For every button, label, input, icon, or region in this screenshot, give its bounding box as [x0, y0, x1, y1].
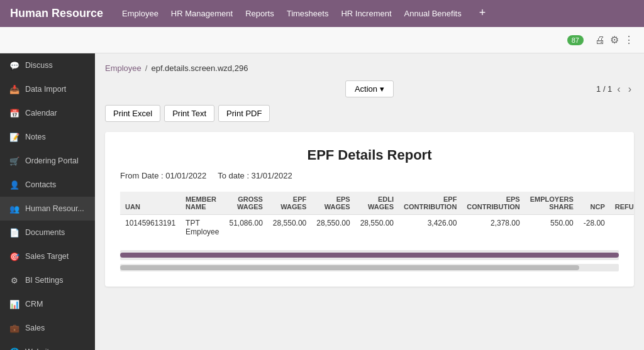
top-action-bar: 87 🖨 ⚙ ⋮ — [0, 27, 644, 53]
sidebar-item-sales[interactable]: 💼 Sales — [0, 316, 95, 340]
cell-epf-wages: 28,550.00 — [268, 215, 311, 241]
sidebar-item-website[interactable]: 🌐 Website — [0, 340, 95, 350]
cell-ncp: -28.00 — [579, 215, 610, 241]
print-text-button[interactable]: Print Text — [164, 105, 214, 122]
crm-icon: 📊 — [9, 298, 20, 310]
sidebar-item-contacts[interactable]: 👤 Contacts — [0, 173, 95, 197]
sales-target-icon: 🎯 — [9, 251, 20, 262]
sidebar-item-crm[interactable]: 📊 CRM — [0, 292, 95, 316]
navbar-item-hr-increment[interactable]: HR Increment — [341, 6, 391, 21]
sidebar-item-human-resource[interactable]: 👥 Human Resour... — [0, 197, 95, 221]
to-date-label: To date : 31/01/2022 — [218, 171, 292, 180]
report-card: EPF Details Report From Date : 01/01/202… — [105, 132, 634, 287]
content-area: Employee / epf.details.screen.wzd,296 Ac… — [95, 53, 644, 350]
scrollbar-thumb — [120, 253, 619, 258]
col-header-employers-share: EMPLOYERSSHARE — [525, 192, 579, 215]
col-header-refund: REFUND — [610, 192, 634, 215]
sidebar-label-discuss: Discuss — [25, 61, 53, 70]
navbar-item-employee[interactable]: Employee — [122, 6, 158, 21]
sidebar-label-contacts: Contacts — [25, 180, 56, 189]
ordering-portal-icon: 🛒 — [9, 155, 20, 167]
sidebar-label-sales: Sales — [25, 324, 45, 332]
navbar-item-annual-benefits[interactable]: Annual Benefits — [404, 6, 462, 21]
from-date-label: From Date : 01/01/2022 — [120, 171, 206, 180]
scrollbar-thumb-2 — [120, 265, 579, 270]
sidebar-item-discuss[interactable]: 💬 Discuss — [0, 53, 95, 77]
report-title: EPF Details Report — [120, 147, 619, 163]
discuss-icon: 💬 — [9, 60, 20, 71]
documents-icon: 📄 — [9, 227, 20, 238]
main-layout: 💬 Discuss 📥 Data Import 📅 Calendar 📝 Not… — [0, 53, 644, 350]
breadcrumb-separator: / — [145, 63, 148, 73]
action-bar: Action ▾ 1 / 1 ‹ › — [105, 80, 634, 97]
sidebar-item-sales-target[interactable]: 🎯 Sales Target — [0, 244, 95, 268]
navbar-item-hr-management[interactable]: HR Management — [171, 6, 233, 21]
breadcrumb-employee-link[interactable]: Employee — [105, 63, 142, 73]
pagination-prev-button[interactable]: ‹ — [614, 82, 623, 96]
sidebar-item-bi-settings[interactable]: ⚙ BI Settings — [0, 268, 95, 292]
print-pdf-button[interactable]: Print PDF — [218, 105, 270, 122]
col-header-epf-wages: EPFWAGES — [268, 192, 311, 215]
pagination: 1 / 1 ‹ › — [596, 82, 634, 96]
cell-gross-wages: 51,086.00 — [224, 215, 267, 241]
calendar-icon: 📅 — [9, 107, 20, 119]
col-header-member-name: MEMBERNAME — [180, 192, 224, 215]
col-header-epf-contribution: EPFCONTRIBUTION — [399, 192, 462, 215]
col-header-eps-wages: EPSWAGES — [311, 192, 355, 215]
pagination-next-button[interactable]: › — [626, 82, 634, 96]
navbar: Human Resource Employee HR Management Re… — [0, 0, 644, 27]
website-icon: 🌐 — [9, 346, 20, 350]
cell-member-name: TPTEmployee — [180, 215, 224, 241]
navbar-item-reports[interactable]: Reports — [245, 6, 274, 21]
add-menu-button[interactable]: + — [479, 6, 486, 21]
sidebar-item-ordering-portal[interactable]: 🛒 Ordering Portal — [0, 149, 95, 173]
sidebar-item-documents[interactable]: 📄 Documents — [0, 221, 95, 244]
notification-badge[interactable]: 87 — [567, 35, 584, 45]
cell-eps-wages: 28,550.00 — [311, 215, 355, 241]
col-header-ncp: NCP — [579, 192, 610, 215]
human-resource-icon: 👥 — [9, 203, 20, 214]
col-header-edli-wages: EDLIWAGES — [355, 192, 399, 215]
sidebar: 💬 Discuss 📥 Data Import 📅 Calendar 📝 Not… — [0, 53, 95, 350]
action-dropdown-button[interactable]: Action ▾ — [345, 80, 394, 97]
col-header-uan: UAN — [120, 192, 180, 215]
sidebar-item-data-import[interactable]: 📥 Data Import — [0, 77, 95, 101]
sidebar-label-data-import: Data Import — [25, 85, 66, 94]
sidebar-label-ordering-portal: Ordering Portal — [25, 156, 79, 165]
navbar-item-timesheets[interactable]: Timesheets — [287, 6, 329, 21]
print-excel-button[interactable]: Print Excel — [105, 105, 160, 122]
grid-icon-button[interactable]: ⋮ — [624, 34, 634, 46]
notes-icon: 📝 — [9, 131, 20, 143]
sidebar-item-notes[interactable]: 📝 Notes — [0, 125, 95, 149]
cell-refund: $ — [610, 215, 634, 241]
sidebar-label-notes: Notes — [25, 133, 46, 141]
sidebar-label-website: Website — [25, 347, 53, 350]
cell-uan: 101459613191 — [120, 215, 180, 241]
data-import-icon: 📥 — [9, 84, 20, 95]
action-label: Action — [355, 84, 377, 94]
cell-employers-share: 550.00 — [525, 215, 579, 241]
sidebar-label-documents: Documents — [25, 228, 65, 237]
sidebar-label-sales-target: Sales Target — [25, 252, 69, 261]
breadcrumb: Employee / epf.details.screen.wzd,296 — [105, 63, 634, 73]
horizontal-scrollbar-2[interactable] — [120, 264, 619, 271]
bi-settings-icon: ⚙ — [9, 275, 20, 286]
cell-edli-wages: 28,550.00 — [355, 215, 399, 241]
sidebar-label-human-resource: Human Resour... — [25, 204, 84, 213]
breadcrumb-current: epf.details.screen.wzd,296 — [151, 63, 248, 73]
print-icon-button[interactable]: 🖨 — [595, 35, 605, 46]
navbar-menu: Employee HR Management Reports Timesheet… — [122, 6, 634, 21]
sidebar-label-calendar: Calendar — [25, 109, 57, 118]
col-header-eps-contribution: EPSCONTRIBUTION — [462, 192, 525, 215]
app-brand: Human Resource — [10, 7, 103, 20]
cell-eps-contribution: 2,378.00 — [462, 215, 525, 241]
pagination-text: 1 / 1 — [596, 84, 612, 94]
report-date-range: From Date : 01/01/2022 To date : 31/01/2… — [120, 171, 619, 180]
dropdown-arrow-icon: ▾ — [380, 84, 384, 94]
report-table: UAN MEMBERNAME GROSSWAGES EPFWAGES EPSWA… — [120, 192, 634, 240]
sidebar-label-crm: CRM — [25, 300, 43, 309]
sidebar-item-calendar[interactable]: 📅 Calendar — [0, 101, 95, 125]
horizontal-scrollbar[interactable] — [120, 250, 619, 260]
settings-icon-button[interactable]: ⚙ — [610, 34, 619, 46]
contacts-icon: 👤 — [9, 179, 20, 190]
